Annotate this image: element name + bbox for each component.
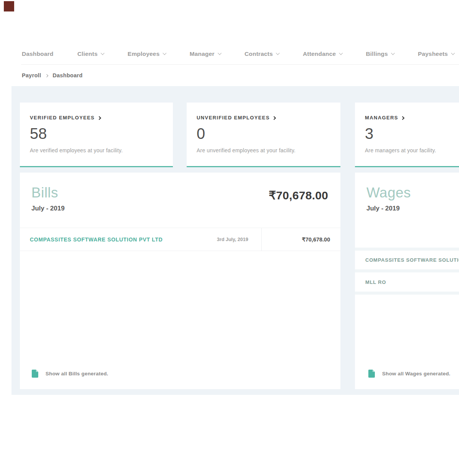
chevron-right-icon [45, 74, 48, 77]
stat-label-text: MANAGERS [365, 115, 398, 121]
nav-divider [21, 64, 459, 65]
stat-label-text: UNVERIFIED EMPLOYEES [197, 115, 270, 121]
stat-card-link[interactable]: UNVERIFIED EMPLOYEES [197, 115, 330, 121]
wage-client-name: COMPASSITES SOFTWARE SOLUTION PVT LTD [365, 257, 459, 263]
nav-label: Dashboard [22, 51, 54, 57]
bill-row[interactable]: COMPASSITES SOFTWARE SOLUTION PVT LTD 3r… [20, 228, 340, 251]
wage-row[interactable]: COMPASSITES SOFTWARE SOLUTION PVT LTD [355, 251, 459, 269]
chevron-down-icon [276, 51, 280, 55]
nav-item-dashboard[interactable]: Dashboard [22, 51, 54, 57]
dashboard-content: VERIFIED EMPLOYEES 58 Are verified emplo… [11, 86, 459, 395]
wages-period: July - 2019 [366, 205, 400, 212]
nav-label: Employees [128, 51, 160, 57]
chevron-down-icon [391, 51, 395, 55]
chevron-right-icon [401, 116, 405, 120]
stat-card-link[interactable]: MANAGERS [365, 115, 459, 121]
stat-description: Are managers at your facility. [365, 147, 459, 153]
nav-label: Paysheets [418, 51, 448, 57]
wages-card: Wages July - 2019 COMPASSITES SOFTWARE S… [355, 173, 459, 389]
bills-period: July - 2019 [31, 205, 65, 212]
nav-item-billings[interactable]: Billings [366, 51, 394, 57]
chevron-down-icon [101, 51, 104, 55]
bill-date: 3rd July, 2019 [204, 237, 261, 242]
nav-label: Contracts [244, 51, 273, 57]
document-icon [32, 370, 38, 378]
stat-card-verified-employees: VERIFIED EMPLOYEES 58 Are verified emplo… [20, 103, 173, 167]
stat-description: Are unverified employees at your facilit… [197, 147, 330, 153]
nav-item-attendance[interactable]: Attendance [303, 51, 342, 57]
nav-item-manager[interactable]: Manager [190, 51, 221, 57]
stat-description: Are verified employees at your facility. [30, 147, 163, 153]
divider [355, 269, 459, 272]
stat-card-link[interactable]: VERIFIED EMPLOYEES [30, 115, 163, 121]
stat-card-managers: MANAGERS 3 Are managers at your facility… [355, 103, 459, 167]
wages-title: Wages [366, 185, 411, 201]
bill-client-name[interactable]: COMPASSITES SOFTWARE SOLUTION PVT LTD [20, 236, 204, 243]
nav-item-clients[interactable]: Clients [77, 51, 104, 57]
document-icon [368, 370, 375, 378]
chevron-down-icon [451, 51, 455, 55]
breadcrumb-section[interactable]: Payroll [22, 72, 41, 78]
chevron-down-icon [163, 51, 167, 55]
show-all-bills-link[interactable]: Show all Bills generated. [32, 370, 108, 378]
corner-marker [4, 1, 14, 11]
bills-title: Bills [31, 185, 58, 201]
footer-label: Show all Bills generated. [46, 371, 108, 377]
stat-label-text: VERIFIED EMPLOYEES [30, 115, 95, 121]
nav-item-contracts[interactable]: Contracts [244, 51, 279, 57]
chevron-down-icon [339, 51, 343, 55]
stat-card-unverified-employees: UNVERIFIED EMPLOYEES 0 Are unverified em… [187, 103, 340, 167]
nav-item-employees[interactable]: Employees [128, 51, 166, 57]
stat-value: 58 [30, 126, 163, 141]
stat-value: 3 [365, 126, 459, 141]
divider [355, 248, 459, 251]
top-nav: Dashboard Clients Employees Manager Cont… [22, 51, 454, 57]
nav-item-paysheets[interactable]: Paysheets [418, 51, 454, 57]
breadcrumb: Payroll Dashboard [22, 72, 83, 78]
footer-label: Show all Wages generated. [382, 371, 451, 377]
nav-label: Attendance [303, 51, 336, 57]
bills-total-amount: ₹70,678.00 [269, 189, 328, 202]
bill-amount: ₹70,678.00 [261, 228, 340, 251]
breadcrumb-page: Dashboard [52, 72, 82, 78]
divider [355, 292, 459, 295]
nav-label: Clients [77, 51, 98, 57]
nav-label: Billings [366, 51, 388, 57]
chevron-right-icon [97, 116, 101, 120]
wage-client-name: MLL RO [365, 279, 386, 285]
chevron-right-icon [272, 116, 276, 120]
wage-row[interactable]: MLL RO [355, 272, 459, 292]
bills-card: Bills July - 2019 ₹70,678.00 COMPASSITES… [20, 173, 340, 389]
stat-value: 0 [197, 126, 330, 141]
chevron-down-icon [218, 51, 221, 55]
show-all-wages-link[interactable]: Show all Wages generated. [368, 370, 451, 378]
nav-label: Manager [190, 51, 215, 57]
